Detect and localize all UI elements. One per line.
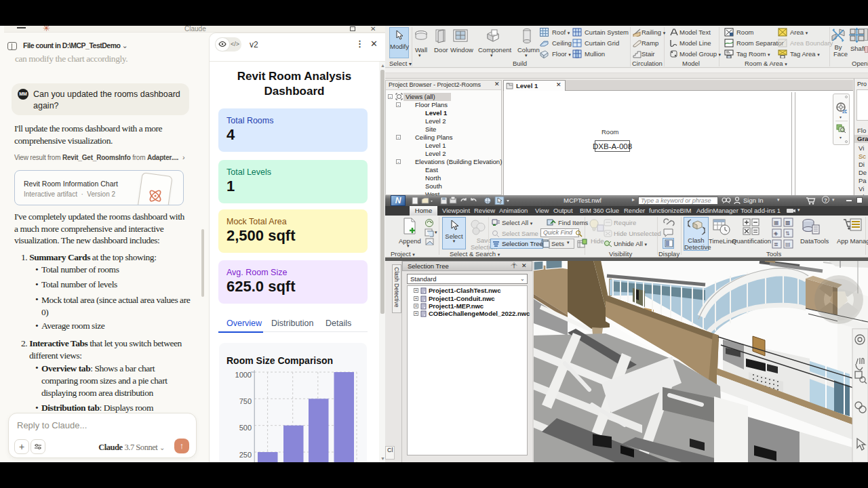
svg-text:750: 750 bbox=[239, 397, 252, 405]
svg-text:▤: ▤ bbox=[785, 241, 791, 247]
svg-text:▦: ▦ bbox=[774, 220, 779, 226]
svg-text:250: 250 bbox=[239, 451, 252, 459]
svg-text:500: 500 bbox=[239, 424, 252, 432]
svg-text:1000: 1000 bbox=[235, 371, 252, 379]
svg-text:≣: ≣ bbox=[774, 241, 778, 247]
svg-text:◈: ◈ bbox=[774, 230, 778, 237]
svg-text:2D: 2D bbox=[842, 109, 847, 114]
svg-text:▩: ▩ bbox=[785, 220, 791, 226]
svg-text:⇅: ⇅ bbox=[785, 230, 790, 237]
